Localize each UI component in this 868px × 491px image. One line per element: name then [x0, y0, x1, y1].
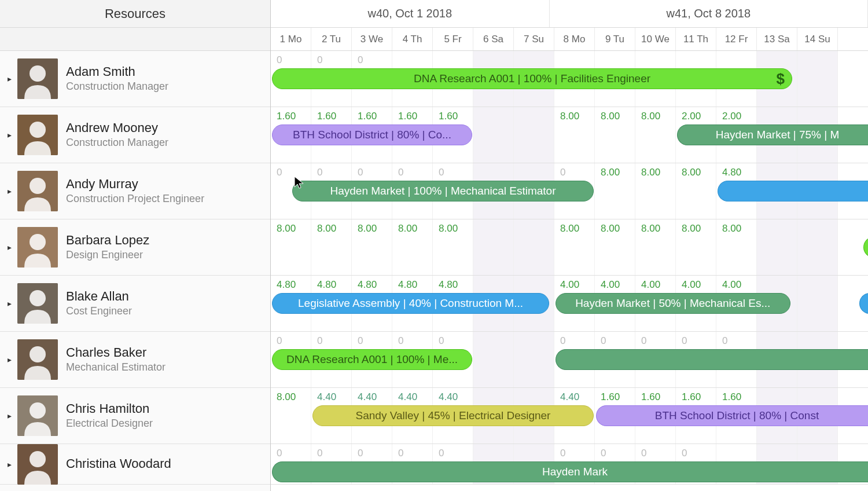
expand-icon[interactable]: ▸ — [5, 186, 14, 196]
resource-role: Design Engineer — [66, 249, 149, 262]
day-cell[interactable]: 8.00 — [554, 107, 595, 163]
task-bar[interactable]: Sandy Valley | 45% | Electrical Designer — [312, 405, 594, 426]
resource-row[interactable]: ▸ Christina Woodard — [0, 444, 270, 485]
day-cell[interactable]: 8.00 — [595, 163, 635, 219]
expand-icon[interactable]: ▸ — [5, 355, 14, 364]
resource-text: Chris Hamilton Electrical Designer — [66, 401, 153, 430]
task-bar[interactable]: Legislative Assembly | 40% | Constructio… — [272, 293, 549, 314]
day-cell[interactable]: 8.00 — [271, 219, 311, 275]
day-header[interactable]: 12 Fr — [716, 28, 757, 50]
task-bar[interactable] — [718, 181, 868, 201]
hours-value: 8.00 — [682, 223, 701, 234]
day-cell[interactable] — [473, 332, 514, 387]
avatar — [17, 444, 58, 485]
task-bar[interactable]: Hayden Market | 100% | Mechanical Estima… — [292, 181, 594, 201]
hours-value: 4.80 — [398, 279, 417, 291]
task-bar[interactable]: Hayden Mark — [272, 461, 868, 482]
day-cell[interactable]: 8.00 — [595, 107, 635, 163]
day-cell[interactable]: 8.00 — [635, 107, 676, 163]
day-header[interactable]: 13 Sa — [757, 28, 797, 50]
task-bar[interactable]: BTH School District | 80% | Co... — [272, 124, 472, 145]
day-cell[interactable]: 8.00 — [352, 219, 392, 275]
resource-name: Barbara Lopez — [66, 233, 149, 248]
day-cell[interactable]: 8.00 — [554, 219, 595, 275]
hours-value: 8.00 — [722, 223, 741, 234]
task-bar[interactable]: Hayden Market | 75% | M — [677, 124, 868, 145]
timeline-row[interactable]: 8.008.008.008.008.008.008.008.008.008.00 — [271, 219, 868, 276]
expand-icon[interactable]: ▸ — [5, 130, 14, 140]
hours-value: 2.00 — [722, 111, 741, 122]
expand-icon[interactable]: ▸ — [5, 411, 14, 420]
timeline-row[interactable]: 8.004.404.404.404.404.401.601.601.601.60… — [271, 388, 868, 444]
day-cell[interactable] — [514, 107, 554, 163]
resource-text: Andy Murray Construction Project Enginee… — [66, 177, 204, 206]
day-header[interactable]: 9 Tu — [595, 28, 635, 50]
day-cell[interactable] — [514, 332, 554, 387]
hours-value: 0 — [682, 335, 687, 347]
resource-row[interactable]: ▸ Barbara Lopez Design Engineer — [0, 219, 270, 276]
day-cell[interactable] — [514, 219, 554, 275]
resource-row[interactable]: ▸ Andrew Mooney Construction Manager — [0, 107, 270, 163]
day-cell[interactable] — [797, 219, 838, 275]
day-header[interactable]: 3 We — [352, 28, 392, 50]
day-cell[interactable]: 8.00 — [676, 163, 716, 219]
day-cell[interactable]: 8.00 — [635, 163, 676, 219]
day-cell[interactable]: 8.00 — [635, 219, 676, 275]
day-cell[interactable]: 8.00 — [433, 219, 473, 275]
hours-value: 4.40 — [439, 391, 458, 403]
task-bar[interactable] — [859, 293, 868, 314]
day-header[interactable]: 8 Mo — [554, 28, 595, 50]
day-cell[interactable]: 8.00 — [311, 219, 352, 275]
timeline-row[interactable]: 000DNA Research A001 | 100% | Facilities… — [271, 51, 868, 107]
day-cell[interactable]: 8.00 — [392, 219, 433, 275]
day-header[interactable]: 7 Su — [514, 28, 554, 50]
resource-row[interactable]: ▸ Chris Hamilton Electrical Designer — [0, 388, 270, 444]
resource-row[interactable]: ▸ Charles Baker Mechanical Estimator — [0, 332, 270, 388]
day-header[interactable]: 2 Tu — [311, 28, 352, 50]
timeline-panel[interactable]: w40, Oct 1 2018w41, Oct 8 2018 1 Mo2 Tu3… — [271, 0, 868, 491]
resources-subheader — [0, 28, 270, 51]
hours-value: 8.00 — [641, 223, 660, 234]
day-header[interactable]: 14 Su — [797, 28, 838, 50]
day-header[interactable]: 10 We — [635, 28, 676, 50]
day-cell[interactable]: 8.00 — [595, 219, 635, 275]
task-bar[interactable]: DNA Research A001 | 100% | Me... — [272, 349, 472, 370]
resource-name: Charles Baker — [66, 345, 165, 360]
timeline-row[interactable]: 0000000000DNA Research A001 | 100% | Me.… — [271, 332, 868, 388]
resource-row[interactable]: ▸ Andy Murray Construction Project Engin… — [0, 163, 270, 219]
timeline-row[interactable]: 4.804.804.804.804.804.004.004.004.004.00… — [271, 276, 868, 332]
timeline-row[interactable]: 000000000Hayden Mark — [271, 444, 868, 485]
expand-icon[interactable]: ▸ — [5, 243, 14, 252]
hours-value: 4.40 — [317, 391, 336, 403]
day-header[interactable]: 1 Mo — [271, 28, 311, 50]
day-cell[interactable]: 8.00 — [676, 219, 716, 275]
day-header[interactable]: 6 Sa — [473, 28, 514, 50]
task-bar[interactable] — [556, 349, 868, 370]
day-cell[interactable]: 8.00 — [271, 388, 311, 444]
day-header[interactable]: 5 Fr — [433, 28, 473, 50]
day-cell[interactable] — [797, 51, 838, 107]
expand-icon[interactable]: ▸ — [5, 460, 14, 469]
expand-icon[interactable]: ▸ — [5, 74, 14, 83]
hours-value: 0 — [398, 448, 403, 459]
hours-value: 8.00 — [398, 223, 417, 234]
timeline-row[interactable]: 0000008.008.008.004.80Hayden Market | 10… — [271, 163, 868, 219]
day-header[interactable]: 4 Th — [392, 28, 433, 50]
task-bar[interactable]: DNA Research A001 | 100% | Facilities En… — [272, 68, 792, 89]
resource-row[interactable]: ▸ Blake Allan Cost Engineer — [0, 276, 270, 332]
task-bar[interactable]: BTH School District | 80% | Const — [596, 405, 868, 426]
day-cell[interactable] — [757, 219, 797, 275]
day-header[interactable]: 11 Th — [676, 28, 716, 50]
hours-value: 4.80 — [722, 167, 741, 178]
expand-icon[interactable]: ▸ — [5, 299, 14, 308]
resource-row[interactable]: ▸ Adam Smith Construction Manager — [0, 51, 270, 107]
day-cell[interactable]: 8.00 — [716, 219, 757, 275]
resource-text: Blake Allan Cost Engineer — [66, 289, 132, 318]
timeline-row[interactable]: 1.601.601.601.601.608.008.008.002.002.00… — [271, 107, 868, 163]
day-cell[interactable] — [797, 276, 838, 331]
day-cell[interactable] — [473, 219, 514, 275]
svg-point-1 — [30, 65, 46, 82]
task-bar[interactable]: Hayden Market | 50% | Mechanical Es... — [556, 293, 790, 314]
task-bar[interactable] — [863, 237, 868, 258]
day-cell[interactable] — [473, 107, 514, 163]
